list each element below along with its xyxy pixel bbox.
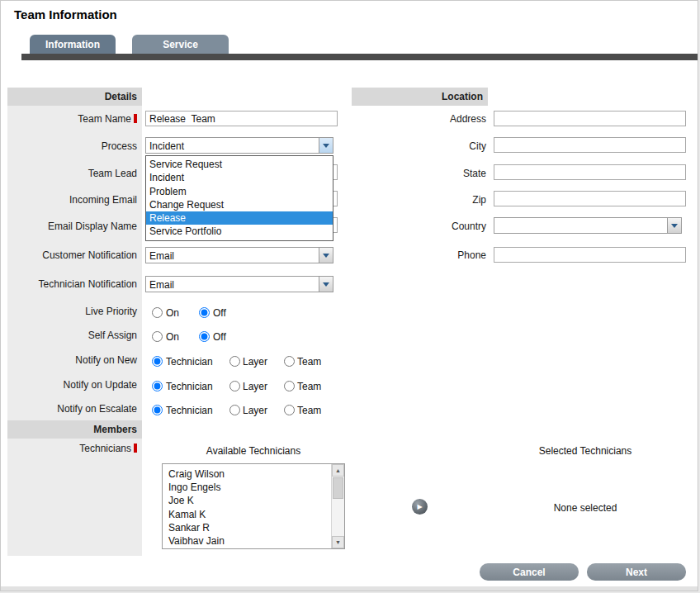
country-select[interactable] [494,217,682,234]
technician-notification-value: Email [149,279,174,291]
country-label: Country [352,221,486,233]
notify-update-layer-radio[interactable] [229,381,240,391]
customer-notification-label: Customer Notification [7,249,137,262]
dropdown-option-release-highlighted[interactable]: Release [146,211,333,225]
chevron-down-icon[interactable] [319,248,333,263]
technician-list-item[interactable]: Kamal K [163,508,331,521]
state-input[interactable] [494,164,686,180]
tab-information[interactable]: Information [30,35,116,55]
technician-list-item[interactable]: Vaibhav Jain [163,534,331,548]
required-marker [134,114,137,123]
notify-new-technician-radio[interactable] [152,356,163,367]
self-assign-off-label: Off [213,331,226,343]
required-marker [134,444,137,453]
team-name-input[interactable] [145,111,338,126]
team-information-page: Team Information Information Service Det… [0,0,698,591]
tab-service[interactable]: Service [132,35,229,55]
incoming-email-label: Incoming Email [7,194,137,206]
notify-escalate-team-label: Team [297,405,321,416]
bottom-strip [1,586,698,591]
dropdown-option-problem[interactable]: Problem [146,185,333,198]
scrollbar[interactable]: ▲ ▼ [331,464,344,548]
members-label-column [7,439,142,556]
selected-technicians-empty: None selected [494,502,677,514]
notify-update-team-label: Team [297,381,321,392]
chevron-down-icon[interactable] [667,218,681,233]
notify-new-team-label: Team [297,356,321,368]
email-display-name-label: Email Display Name [7,221,137,233]
process-select-value: Incident [149,140,184,152]
phone-input[interactable] [494,247,686,263]
team-name-label-text: Team Name [78,113,131,125]
members-section-header: Members [7,420,142,439]
technician-list-item[interactable]: Craig Wilson [163,467,331,481]
chevron-down-icon[interactable] [319,277,333,292]
available-technicians-items: Craig Wilson Ingo Engels Joe K Kamal K S… [163,464,331,548]
details-label-column [7,106,142,420]
scrollbar-thumb[interactable] [333,477,343,499]
notify-update-technician-radio[interactable] [152,381,163,391]
city-label: City [352,140,486,153]
notify-escalate-team-radio[interactable] [284,405,295,415]
dropdown-arrow-icon [323,254,329,258]
technician-list-item[interactable]: Joe K [163,494,331,507]
self-assign-on-radio[interactable] [152,331,163,342]
notify-new-layer-label: Layer [243,356,267,368]
technician-list-item[interactable]: Sankar R [163,521,331,534]
team-name-label: Team Name [7,113,137,126]
notify-new-layer-radio[interactable] [229,356,240,367]
live-priority-on-label: On [166,307,179,319]
technicians-label: Technicians [7,443,137,455]
zip-label: Zip [352,194,486,206]
technician-notification-label: Technician Notification [7,278,137,291]
self-assign-off-radio[interactable] [199,331,210,342]
address-label: Address [352,113,486,126]
live-priority-on-radio[interactable] [152,307,163,318]
next-button[interactable]: Next [587,563,686,581]
self-assign-label: Self Assign [7,330,137,342]
process-label: Process [7,140,137,153]
page-title: Team Information [14,7,117,21]
dropdown-option-incident[interactable]: Incident [146,171,333,184]
address-input[interactable] [494,111,686,126]
move-right-button[interactable]: ▶ [412,499,428,515]
notify-update-team-radio[interactable] [284,381,295,391]
dropdown-option-service-request[interactable]: Service Request [146,158,333,171]
notify-new-technician-label: Technician [166,356,213,368]
tab-accent-bar [21,54,698,60]
notify-escalate-layer-label: Layer [243,405,267,416]
process-dropdown-list: Service Request Incident Problem Change … [145,155,333,241]
technician-notification-select[interactable]: Email [145,276,333,292]
customer-notification-select[interactable]: Email [145,247,333,263]
notify-new-team-radio[interactable] [284,356,295,367]
dropdown-arrow-icon [323,144,329,148]
selected-technicians-title: Selected Technicians [494,445,677,457]
available-technicians-list: Craig Wilson Ingo Engels Joe K Kamal K S… [162,463,345,549]
notify-update-technician-label: Technician [166,381,213,392]
customer-notification-value: Email [149,250,174,262]
zip-input[interactable] [494,191,686,206]
scroll-down-icon[interactable]: ▼ [332,536,344,548]
city-input[interactable] [494,137,686,153]
technician-list-item[interactable]: Ingo Engels [163,481,331,494]
notify-on-escalate-label: Notify on Escalate [7,403,137,415]
notify-escalate-technician-radio[interactable] [152,405,163,415]
notify-on-update-label: Notify on Update [7,379,137,391]
cancel-button[interactable]: Cancel [480,563,579,581]
live-priority-label: Live Priority [7,306,137,318]
location-section-header: Location [352,88,488,106]
live-priority-off-radio[interactable] [199,307,210,318]
notify-on-new-label: Notify on New [7,354,137,367]
notify-update-layer-label: Layer [243,381,267,392]
dropdown-arrow-icon [671,224,678,228]
scroll-up-icon[interactable]: ▲ [332,464,344,477]
self-assign-on-label: On [166,331,179,343]
process-select[interactable]: Incident [145,137,333,154]
dropdown-option-service-portfolio[interactable]: Service Portfolio [146,225,333,238]
available-technicians-title: Available Technicians [162,445,345,457]
live-priority-off-label: Off [213,307,226,319]
notify-escalate-layer-radio[interactable] [229,405,240,415]
dropdown-option-change-request[interactable]: Change Request [146,198,333,211]
notify-escalate-technician-label: Technician [166,405,213,416]
chevron-down-icon[interactable] [319,138,333,153]
